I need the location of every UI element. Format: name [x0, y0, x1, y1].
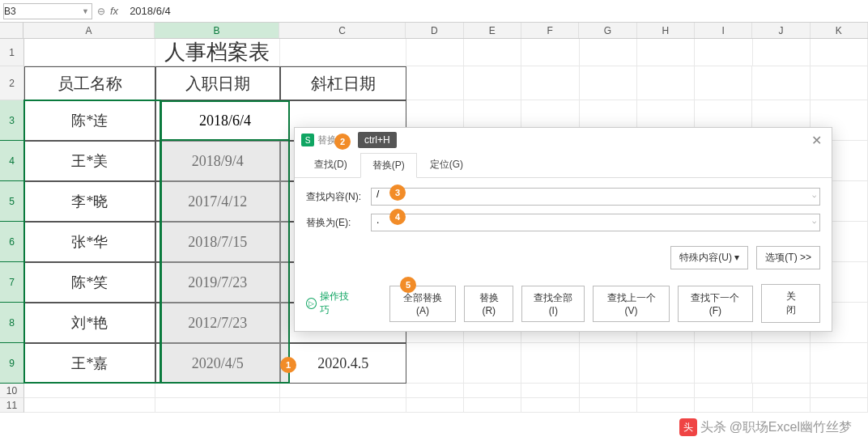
cell-B7[interactable]: 2019/7/23	[155, 262, 280, 303]
tab-replace[interactable]: 替换(P)	[360, 153, 417, 178]
find-replace-dialog: S 替换 ctrl+H ✕ 查找(D) 替换(P) 定位(G) 查找内容(N):…	[294, 127, 832, 332]
cell-A1[interactable]	[24, 39, 155, 66]
name-box-dropdown-icon[interactable]: ▼	[82, 7, 91, 15]
row-header-9[interactable]: 9	[0, 343, 24, 384]
row-header-10[interactable]: 10	[0, 384, 24, 398]
replace-input[interactable]: . ⌵	[371, 214, 820, 231]
cell-C9[interactable]: 2020.4.5	[280, 343, 406, 384]
row-1: 人事档案表	[24, 39, 868, 66]
cell-A4[interactable]: 王*美	[24, 141, 155, 181]
callout-5: 5	[400, 277, 416, 293]
cell-B6[interactable]: 2018/7/15	[155, 222, 280, 262]
replace-row: 替换为(E): . ⌵	[306, 214, 820, 231]
row-header-5[interactable]: 5	[0, 181, 24, 222]
close-icon[interactable]: ✕	[808, 133, 825, 148]
tab-goto[interactable]: 定位(G)	[419, 153, 474, 178]
zoom-icon[interactable]: ⊖	[97, 6, 105, 17]
row-headers: 1 2 3 4 5 6 7 8 9 10 11	[0, 39, 24, 413]
formula-bar: B3 ▼ ⊖ fx 2018/6/4	[0, 0, 868, 23]
find-prev-button[interactable]: 查找上一个(V)	[593, 286, 669, 322]
dialog-tabs: 查找(D) 替换(P) 定位(G)	[295, 152, 832, 178]
header-hire-date[interactable]: 入职日期	[155, 66, 280, 100]
cell-reference: B3	[4, 6, 16, 17]
name-box[interactable]: B3 ▼	[3, 3, 92, 19]
row-11	[24, 398, 868, 413]
row-header-3[interactable]: 3	[0, 100, 24, 141]
tips-link[interactable]: ▷ 操作技巧	[306, 290, 357, 317]
play-icon: ▷	[306, 298, 317, 309]
watermark-text: @职场Excel幽竹丝梦	[730, 419, 852, 436]
shortcut-badge: ctrl+H	[358, 132, 397, 148]
fx-icon[interactable]: fx	[110, 5, 118, 17]
replace-all-button[interactable]: 全部替换(A)	[389, 286, 457, 322]
callout-1: 1	[280, 357, 296, 373]
cell-B4[interactable]: 2018/9/4	[155, 141, 280, 181]
find-label: 查找内容(N):	[306, 190, 364, 204]
callout-3: 3	[389, 184, 406, 201]
cell-A7[interactable]: 陈*笑	[24, 262, 155, 303]
formula-input[interactable]: 2018/6/4	[123, 5, 865, 17]
col-header-A[interactable]: A	[23, 23, 155, 38]
row-9: 王*嘉 2020/4/5 2020.4.5	[24, 343, 868, 384]
cell-B8[interactable]: 2012/7/23	[155, 303, 280, 343]
find-all-button[interactable]: 查找全部(I)	[521, 286, 585, 322]
callout-4: 4	[389, 209, 406, 225]
cell-A5[interactable]: 李*晓	[24, 181, 155, 222]
watermark: 头 头杀 @职场Excel幽竹丝梦	[679, 418, 852, 436]
row-10	[24, 384, 868, 398]
spreadsheet: A B C D E F G H I J K 1 2 3 4 5 6 7 8 9 …	[0, 23, 868, 39]
col-header-K[interactable]: K	[811, 23, 868, 38]
dialog-titlebar[interactable]: S 替换 ctrl+H ✕	[295, 128, 832, 152]
col-header-E[interactable]: E	[464, 23, 521, 38]
cell-A9[interactable]: 王*嘉	[24, 343, 155, 384]
row-header-6[interactable]: 6	[0, 222, 24, 262]
find-value: /	[377, 189, 379, 200]
replace-button[interactable]: 替换(R)	[464, 286, 513, 322]
replace-label: 替换为(E):	[306, 216, 364, 230]
col-header-B[interactable]: B	[155, 23, 279, 38]
col-header-D[interactable]: D	[406, 23, 463, 38]
replace-value: .	[377, 214, 379, 226]
cell-B1-title[interactable]: 人事档案表	[155, 39, 280, 66]
row-header-7[interactable]: 7	[0, 262, 24, 303]
select-all-corner[interactable]	[0, 23, 23, 38]
row-header-4[interactable]: 4	[0, 141, 24, 181]
col-header-C[interactable]: C	[279, 23, 406, 38]
row-header-1[interactable]: 1	[0, 39, 24, 66]
col-header-F[interactable]: F	[521, 23, 579, 38]
special-content-button[interactable]: 特殊内容(U) ▾	[670, 246, 748, 269]
watermark-prefix: 头杀	[700, 419, 726, 436]
cell-A3[interactable]: 陈*连	[24, 100, 155, 141]
wps-logo-icon: S	[301, 134, 314, 146]
action-row: ▷ 操作技巧 全部替换(A) 替换(R) 查找全部(I) 查找上一个(V) 查找…	[306, 279, 820, 323]
cell-B9[interactable]: 2020/4/5	[155, 343, 280, 384]
options-button[interactable]: 选项(T) >>	[756, 246, 820, 269]
col-header-G[interactable]: G	[579, 23, 636, 38]
cell-B5[interactable]: 2017/4/12	[155, 181, 280, 222]
tips-label: 操作技巧	[320, 290, 356, 317]
replace-dropdown-icon[interactable]: ⌵	[812, 217, 816, 225]
col-header-I[interactable]: I	[695, 23, 752, 38]
header-slash-date[interactable]: 斜杠日期	[280, 66, 406, 100]
options-row: 特殊内容(U) ▾ 选项(T) >>	[306, 246, 820, 269]
tab-find[interactable]: 查找(D)	[303, 153, 359, 178]
header-name[interactable]: 员工名称	[24, 66, 155, 100]
col-header-H[interactable]: H	[637, 23, 695, 38]
row-header-8[interactable]: 8	[0, 303, 24, 343]
col-header-J[interactable]: J	[752, 23, 810, 38]
cell-C1[interactable]	[280, 39, 406, 66]
row-header-11[interactable]: 11	[0, 398, 24, 413]
find-row: 查找内容(N): / ⌵	[306, 188, 820, 206]
cell-A8[interactable]: 刘*艳	[24, 303, 155, 343]
row-header-2[interactable]: 2	[0, 66, 24, 100]
watermark-icon: 头	[679, 418, 697, 436]
close-button[interactable]: 关闭	[761, 284, 820, 323]
active-cell-B3[interactable]: 2018/6/4	[160, 100, 290, 141]
callout-2: 2	[334, 134, 351, 150]
find-next-button[interactable]: 查找下一个(F)	[678, 286, 754, 322]
find-dropdown-icon[interactable]: ⌵	[812, 191, 816, 199]
cell-A6[interactable]: 张*华	[24, 222, 155, 262]
column-headers: A B C D E F G H I J K	[0, 23, 868, 39]
dialog-body: 查找内容(N): / ⌵ 替换为(E): . ⌵ 特殊内容(U) ▾ 选项(T)…	[295, 178, 832, 331]
find-input[interactable]: / ⌵	[371, 188, 820, 206]
